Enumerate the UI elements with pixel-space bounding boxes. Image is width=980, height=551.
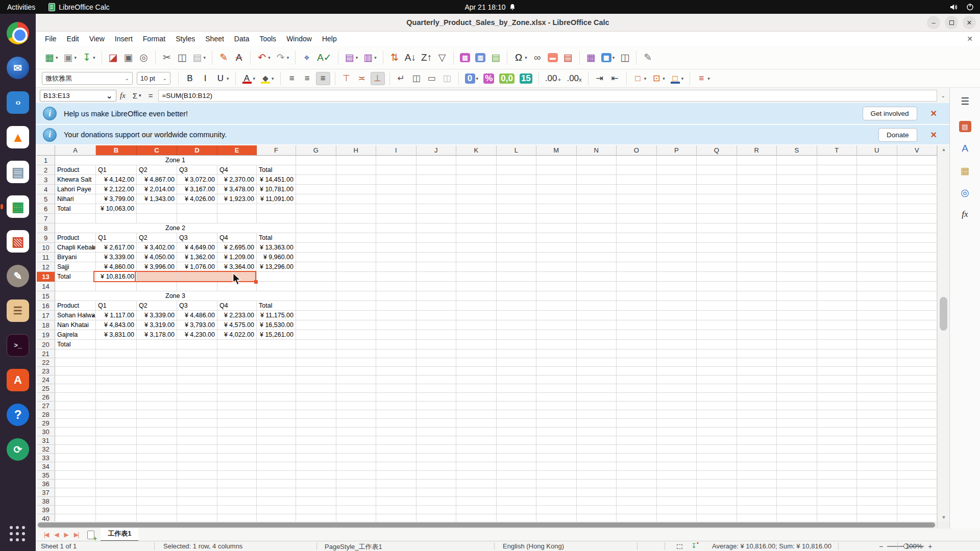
- column-header-E[interactable]: E: [217, 145, 257, 156]
- cell-K19[interactable]: [456, 330, 497, 340]
- cell-A37[interactable]: [55, 488, 96, 497]
- cell-G32[interactable]: [296, 445, 336, 454]
- cell-O29[interactable]: [617, 419, 657, 428]
- dock-green-icon[interactable]: ⟳: [6, 437, 30, 462]
- cell-Q19[interactable]: [697, 330, 737, 340]
- cell-I5[interactable]: [376, 194, 416, 204]
- column-header-A[interactable]: A: [55, 145, 96, 156]
- selection-mode-icon[interactable]: [677, 544, 682, 549]
- cell-B2[interactable]: Q1: [96, 165, 137, 175]
- cell-A30[interactable]: [55, 428, 96, 436]
- cell-K1[interactable]: [456, 156, 497, 165]
- cell-L8[interactable]: [497, 223, 537, 233]
- aggregate-label[interactable]: Average: ¥ 10,816.00; Sum: ¥ 10,816.00: [712, 542, 831, 550]
- row-header-35[interactable]: 35: [37, 471, 55, 480]
- row-header-4[interactable]: 4: [37, 185, 55, 194]
- cell-A27[interactable]: [55, 402, 96, 410]
- cell-G37[interactable]: [296, 488, 336, 497]
- cell-S27[interactable]: [777, 402, 817, 410]
- cell-T21[interactable]: [817, 349, 857, 358]
- undo-button[interactable]: ↶▾: [255, 51, 272, 64]
- cell-N10[interactable]: [577, 243, 617, 253]
- row-header-15[interactable]: 15: [37, 291, 55, 301]
- cell-E27[interactable]: [217, 402, 257, 410]
- cell-J22[interactable]: [416, 358, 457, 367]
- cell-A11[interactable]: Biryani: [55, 253, 96, 262]
- cell-O7[interactable]: [617, 214, 657, 223]
- cell-N17[interactable]: [577, 311, 617, 320]
- print-preview-button[interactable]: ◎: [137, 51, 151, 64]
- bold-button[interactable]: B: [183, 72, 197, 85]
- cell-I18[interactable]: [376, 320, 416, 330]
- cell-C4[interactable]: ¥ 2,014.00: [137, 185, 177, 194]
- row-header-31[interactable]: 31: [37, 436, 55, 445]
- hyperlink-button[interactable]: ∞: [531, 51, 544, 64]
- menu-edit[interactable]: Edit: [62, 33, 84, 45]
- cell-G1[interactable]: [296, 156, 336, 165]
- sidebar-properties-icon[interactable]: ▤: [957, 118, 974, 135]
- cell-M12[interactable]: [536, 262, 577, 272]
- cell-U24[interactable]: [857, 375, 897, 384]
- format-currency-dropdown-icon[interactable]: ▾: [476, 76, 479, 81]
- cell-R25[interactable]: [737, 384, 777, 393]
- cell-C38[interactable]: [137, 497, 177, 506]
- cell-P24[interactable]: [657, 375, 697, 384]
- formula-input[interactable]: =SUM(B10:B12): [158, 90, 937, 102]
- cell-P17[interactable]: [657, 311, 697, 320]
- cell-B5[interactable]: ¥ 3,799.00: [96, 194, 137, 204]
- cell-R14[interactable]: [737, 282, 777, 291]
- cell-B26[interactable]: [96, 393, 137, 402]
- cell-F25[interactable]: [257, 384, 296, 393]
- cell-A31[interactable]: [55, 436, 96, 445]
- align-right-button[interactable]: ≡: [316, 72, 330, 85]
- cell-R13[interactable]: [737, 272, 777, 282]
- column-header-V[interactable]: V: [897, 145, 938, 156]
- cell-U2[interactable]: [857, 165, 897, 175]
- cell-J25[interactable]: [416, 384, 457, 393]
- cell-H12[interactable]: [336, 262, 377, 272]
- cell-H39[interactable]: [336, 506, 377, 514]
- cell-L35[interactable]: [497, 471, 537, 480]
- next-sheet-button[interactable]: ▶: [64, 531, 68, 538]
- cell-D7[interactable]: [177, 214, 217, 223]
- cell-N4[interactable]: [577, 185, 617, 194]
- cell-P3[interactable]: [657, 175, 697, 185]
- cell-C25[interactable]: [137, 384, 177, 393]
- cell-V4[interactable]: [897, 185, 938, 194]
- cell-M1[interactable]: [536, 156, 577, 165]
- cell-O36[interactable]: [617, 480, 657, 488]
- cell-M28[interactable]: [536, 410, 577, 419]
- cell-I13[interactable]: [376, 272, 416, 282]
- cell-Q15[interactable]: [697, 291, 737, 301]
- cell-N38[interactable]: [577, 497, 617, 506]
- cell-A2[interactable]: Product: [55, 165, 96, 175]
- cell-B20[interactable]: [96, 340, 137, 349]
- cell-J17[interactable]: [416, 311, 457, 320]
- cell-H32[interactable]: [336, 445, 377, 454]
- cell-Q36[interactable]: [697, 480, 737, 488]
- cell-B19[interactable]: ¥ 3,831.00: [96, 330, 137, 340]
- row-header-13[interactable]: 13: [37, 272, 55, 282]
- cell-S8[interactable]: [777, 223, 817, 233]
- cell-S21[interactable]: [777, 349, 817, 358]
- row-header-16[interactable]: 16: [37, 301, 55, 311]
- cell-H13[interactable]: [336, 272, 377, 282]
- cell-J26[interactable]: [416, 393, 457, 402]
- rows-button[interactable]: ▤▾: [343, 51, 360, 64]
- cell-J29[interactable]: [416, 419, 457, 428]
- cell-L21[interactable]: [497, 349, 537, 358]
- cell-U11[interactable]: [857, 253, 897, 262]
- row-header-26[interactable]: 26: [37, 393, 55, 402]
- cell-D34[interactable]: [177, 462, 217, 471]
- cell-V16[interactable]: [897, 301, 938, 311]
- scroll-up-icon[interactable]: ▲: [938, 147, 950, 152]
- cell-C34[interactable]: [137, 462, 177, 471]
- cell-Q8[interactable]: [697, 223, 737, 233]
- cell-K32[interactable]: [456, 445, 497, 454]
- cell-G38[interactable]: [296, 497, 336, 506]
- cell-K12[interactable]: [456, 262, 497, 272]
- cell-D17[interactable]: ¥ 4,486.00: [177, 311, 217, 320]
- cell-B24[interactable]: [96, 375, 137, 384]
- cell-J10[interactable]: [416, 243, 457, 253]
- cell-M5[interactable]: [536, 194, 577, 204]
